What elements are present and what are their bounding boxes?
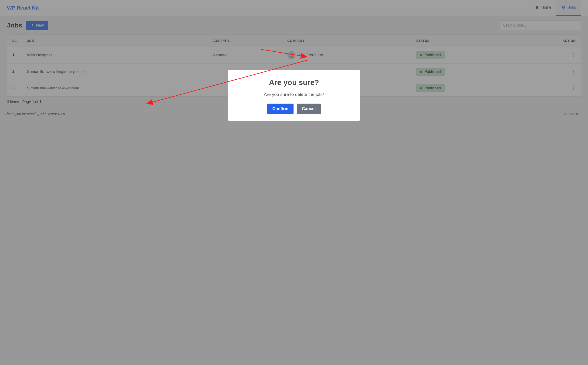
modal-text: Are you sure to delete the job? — [235, 92, 353, 97]
modal-title: Are you sure? — [235, 78, 353, 87]
confirm-button[interactable]: Confirm — [267, 104, 294, 114]
cancel-button[interactable]: Cancel — [297, 104, 321, 114]
modal-overlay[interactable]: Are you sure? Are you sure to delete the… — [0, 0, 588, 365]
confirm-modal: Are you sure? Are you sure to delete the… — [228, 70, 360, 121]
